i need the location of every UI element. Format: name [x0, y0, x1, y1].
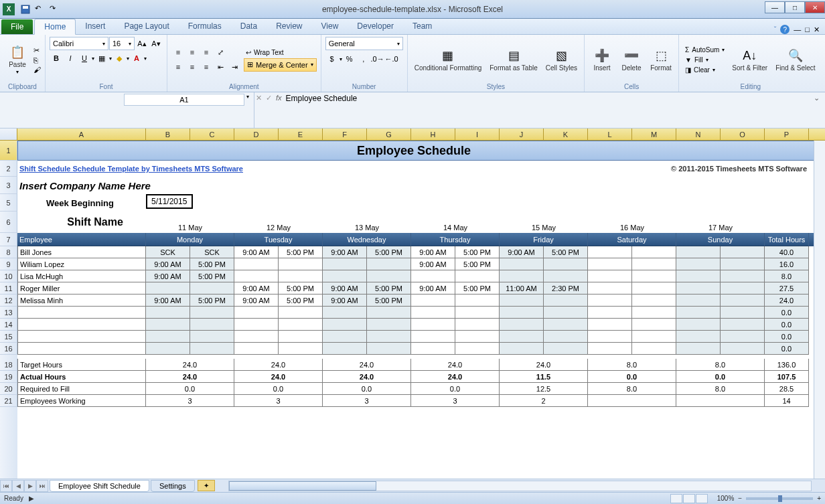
increase-indent-icon[interactable]: ⇥: [228, 60, 241, 74]
cell[interactable]: [588, 307, 632, 319]
cell[interactable]: 8.0: [588, 383, 676, 395]
row-header-18[interactable]: 18: [0, 359, 17, 371]
increase-decimal-icon[interactable]: .0→: [371, 52, 384, 66]
cell[interactable]: [323, 270, 367, 282]
cell[interactable]: 14: [765, 395, 809, 407]
cell[interactable]: 11 May: [146, 212, 234, 233]
cell[interactable]: 0.0: [146, 383, 234, 395]
col-header-J[interactable]: J: [500, 129, 544, 140]
cell[interactable]: Shift Name: [17, 212, 146, 233]
cell[interactable]: [279, 343, 323, 355]
tab-page-layout[interactable]: Page Layout: [115, 19, 178, 34]
close-button[interactable]: ✕: [805, 1, 825, 13]
zoom-level[interactable]: 100%: [717, 495, 735, 502]
cell[interactable]: [544, 331, 588, 343]
cell[interactable]: © 2011-2015 Timesheets MTS Software: [608, 161, 809, 177]
bold-button[interactable]: B: [50, 52, 63, 65]
cell[interactable]: [279, 331, 323, 343]
cell[interactable]: Actual Hours: [17, 371, 146, 383]
col-header-P[interactable]: P: [765, 129, 809, 140]
cell[interactable]: 2: [500, 395, 588, 407]
comma-icon[interactable]: ,: [357, 52, 370, 66]
cell[interactable]: Target Hours: [17, 359, 146, 371]
insert-cells-button[interactable]: ➕Insert: [589, 37, 615, 82]
cell[interactable]: 11:00 AM: [500, 282, 544, 295]
copy-icon[interactable]: ⎘: [33, 56, 41, 64]
cell[interactable]: 0.0: [411, 383, 500, 395]
cell[interactable]: [632, 295, 676, 307]
save-icon[interactable]: [20, 4, 31, 15]
cell[interactable]: [455, 307, 500, 319]
cell[interactable]: [193, 194, 809, 212]
cell[interactable]: 9:00 AM: [234, 282, 279, 295]
cell[interactable]: 24.0: [146, 371, 234, 383]
cell[interactable]: [721, 307, 765, 319]
cell[interactable]: 5:00 PM: [190, 258, 234, 270]
page-layout-view-icon[interactable]: [683, 494, 695, 503]
cell[interactable]: 24.0: [323, 359, 411, 371]
cell[interactable]: [279, 270, 323, 282]
cell[interactable]: 40.0: [765, 246, 809, 258]
cell[interactable]: Shift Schedule Schedule Template by Time…: [17, 161, 608, 177]
cell[interactable]: 0.0: [765, 307, 809, 319]
cell[interactable]: [323, 307, 367, 319]
cell[interactable]: [367, 258, 411, 270]
cell[interactable]: [234, 270, 279, 282]
cell[interactable]: 9:00 AM: [323, 246, 367, 258]
cell[interactable]: [588, 331, 632, 343]
cell[interactable]: [676, 246, 721, 258]
cut-icon[interactable]: ✂: [33, 46, 41, 55]
cell[interactable]: [721, 319, 765, 331]
cell[interactable]: Lisa McHugh: [17, 270, 146, 282]
grow-font-icon[interactable]: A▴: [135, 37, 149, 50]
cell[interactable]: 24.0: [146, 359, 234, 371]
cell[interactable]: [632, 246, 676, 258]
enter-formula-icon[interactable]: ✓: [266, 94, 272, 102]
cell[interactable]: [676, 331, 721, 343]
cell[interactable]: [721, 295, 765, 307]
select-all-button[interactable]: [0, 129, 17, 140]
cell[interactable]: 17 May: [676, 212, 765, 233]
cell[interactable]: [17, 319, 146, 331]
cell[interactable]: [588, 395, 676, 407]
zoom-out-icon[interactable]: −: [738, 495, 742, 502]
cell[interactable]: [323, 319, 367, 331]
cell-styles-button[interactable]: ▧Cell Styles: [543, 37, 580, 82]
row-header-5[interactable]: 5: [0, 194, 17, 212]
cell[interactable]: [632, 282, 676, 295]
align-left-icon[interactable]: ≡: [171, 60, 185, 74]
col-header-F[interactable]: F: [323, 129, 367, 140]
cell[interactable]: Employees Working: [17, 395, 146, 407]
row-header-15[interactable]: 15: [0, 331, 17, 343]
row-header-11[interactable]: 11: [0, 282, 17, 295]
row-header-7[interactable]: 7: [0, 233, 17, 246]
col-header-G[interactable]: G: [367, 129, 411, 140]
align-top-icon[interactable]: ≡: [171, 46, 185, 59]
tab-formulas[interactable]: Formulas: [179, 19, 231, 34]
row-header-2[interactable]: 2: [0, 161, 17, 177]
cell[interactable]: 9:00 AM: [411, 282, 455, 295]
cell[interactable]: Wiliam Lopez: [17, 258, 146, 270]
cell[interactable]: [411, 343, 455, 355]
cell[interactable]: [279, 319, 323, 331]
cell[interactable]: [676, 319, 721, 331]
cell[interactable]: [676, 295, 721, 307]
find-select-button[interactable]: 🔍Find & Select: [773, 37, 818, 82]
window-close-icon[interactable]: ✕: [814, 25, 820, 34]
cell[interactable]: Monday: [146, 233, 234, 246]
cell[interactable]: 5:00 PM: [367, 246, 411, 258]
tab-review[interactable]: Review: [267, 19, 311, 34]
cell[interactable]: 5:00 PM: [367, 282, 411, 295]
align-right-icon[interactable]: ≡: [200, 60, 213, 74]
col-header-A[interactable]: A: [17, 129, 146, 140]
tab-home[interactable]: Home: [34, 19, 76, 35]
minimize-ribbon-icon[interactable]: ˇ: [774, 25, 777, 33]
redo-icon[interactable]: ↷: [50, 4, 60, 15]
cell[interactable]: 0.0: [323, 383, 411, 395]
cell[interactable]: [146, 282, 190, 295]
cell[interactable]: 11.5: [500, 371, 588, 383]
cell[interactable]: [234, 343, 279, 355]
italic-button[interactable]: I: [64, 52, 77, 65]
cell[interactable]: Employee: [17, 233, 146, 246]
row-header-16[interactable]: 16: [0, 343, 17, 355]
